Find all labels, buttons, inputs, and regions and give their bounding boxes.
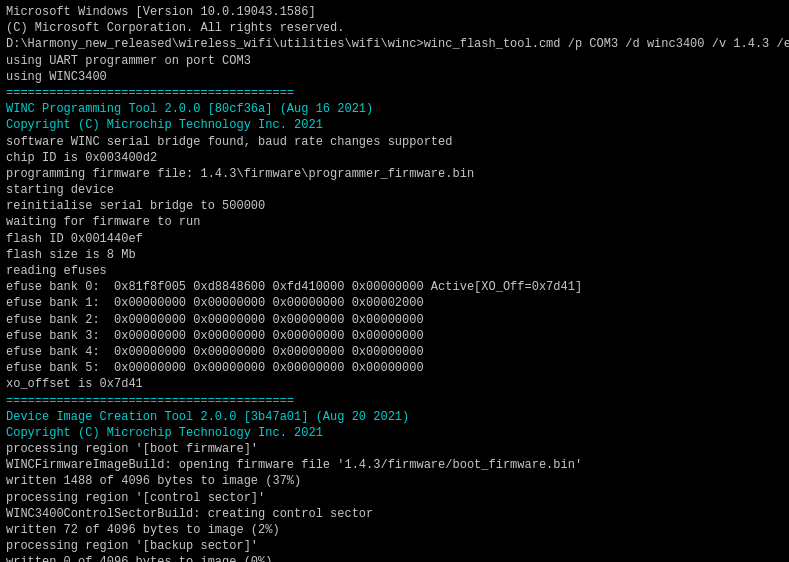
- terminal-line-34: processing region '[control sector]': [6, 490, 783, 506]
- terminal-line-20: efuse bank 1: 0x00000000 0x00000000 0x00…: [6, 295, 783, 311]
- terminal-content: Microsoft Windows [Version 10.0.19043.15…: [6, 4, 783, 562]
- terminal-line-1: (C) Microsoft Corporation. All rights re…: [6, 20, 783, 36]
- terminal-line-17: flash size is 8 Mb: [6, 247, 783, 263]
- terminal-line-12: programming firmware file: 1.4.3\firmwar…: [6, 166, 783, 182]
- terminal-line-32: WINCFirmwareImageBuild: opening firmware…: [6, 457, 783, 473]
- terminal-line-27: ========================================: [6, 393, 783, 409]
- terminal-line-33: written 1488 of 4096 bytes to image (37%…: [6, 473, 783, 489]
- terminal-line-22: efuse bank 3: 0x00000000 0x00000000 0x00…: [6, 328, 783, 344]
- terminal-line-28: Device Image Creation Tool 2.0.0 [3b47a0…: [6, 409, 783, 425]
- terminal-line-6: ========================================: [6, 85, 783, 101]
- terminal-line-36: written 72 of 4096 bytes to image (2%): [6, 522, 783, 538]
- terminal-line-21: efuse bank 2: 0x00000000 0x00000000 0x00…: [6, 312, 783, 328]
- terminal-window: Microsoft Windows [Version 10.0.19043.15…: [0, 0, 789, 562]
- terminal-line-24: efuse bank 5: 0x00000000 0x00000000 0x00…: [6, 360, 783, 376]
- terminal-line-8: Copyright (C) Microchip Technology Inc. …: [6, 117, 783, 133]
- terminal-line-0: Microsoft Windows [Version 10.0.19043.15…: [6, 4, 783, 20]
- terminal-line-31: processing region '[boot firmware]': [6, 441, 783, 457]
- terminal-line-13: starting device: [6, 182, 783, 198]
- terminal-line-29: Copyright (C) Microchip Technology Inc. …: [6, 425, 783, 441]
- terminal-line-10: software WINC serial bridge found, baud …: [6, 134, 783, 150]
- terminal-line-19: efuse bank 0: 0x81f8f005 0xd8848600 0xfd…: [6, 279, 783, 295]
- terminal-line-5: using WINC3400: [6, 69, 783, 85]
- terminal-line-15: waiting for firmware to run: [6, 214, 783, 230]
- terminal-line-37: processing region '[backup sector]': [6, 538, 783, 554]
- terminal-line-7: WINC Programming Tool 2.0.0 [80cf36a] (A…: [6, 101, 783, 117]
- terminal-line-16: flash ID 0x001440ef: [6, 231, 783, 247]
- terminal-line-23: efuse bank 4: 0x00000000 0x00000000 0x00…: [6, 344, 783, 360]
- terminal-line-26: xo_offset is 0x7d41: [6, 376, 783, 392]
- terminal-line-35: WINC3400ControlSectorBuild: creating con…: [6, 506, 783, 522]
- terminal-line-14: reinitialise serial bridge to 500000: [6, 198, 783, 214]
- terminal-line-38: written 0 of 4096 bytes to image (0%): [6, 554, 783, 562]
- terminal-line-11: chip ID is 0x003400d2: [6, 150, 783, 166]
- terminal-line-18: reading efuses: [6, 263, 783, 279]
- terminal-line-4: using UART programmer on port COM3: [6, 53, 783, 69]
- terminal-line-3: D:\Harmony_new_released\wireless_wifi\ut…: [6, 36, 783, 52]
